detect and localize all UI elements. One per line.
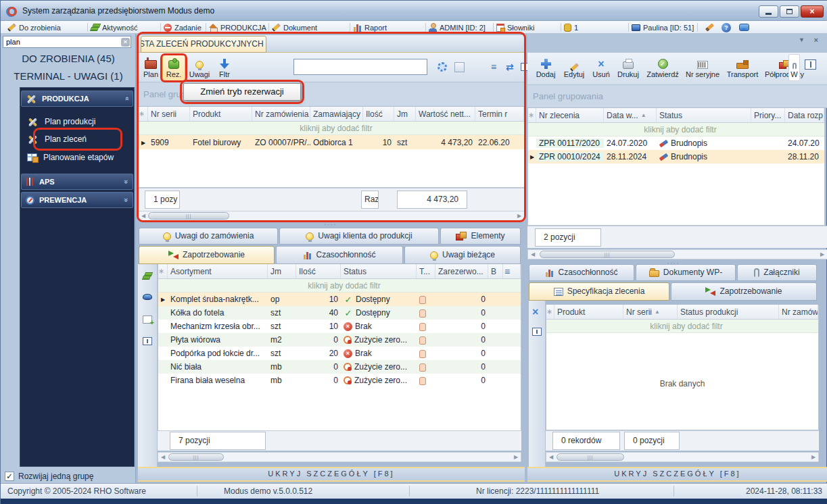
expand-one-group-checkbox[interactable] [5, 472, 14, 481]
table-row[interactable]: ZPR 00010/2024 28.11.2024 Brudnopis 28.1… [528, 150, 824, 163]
panel-close-icon[interactable]: × [814, 36, 818, 44]
spec-hscrollbar[interactable]: ◀ ▶ [546, 452, 819, 462]
scroll-left-icon[interactable]: ◀ [159, 453, 167, 461]
menu-slowniki[interactable]: Słowniki [496, 22, 534, 33]
stack-icon[interactable] [143, 294, 152, 300]
table-row[interactable]: Płyta wiórowa m2 0 Zużycie zero... 0 [158, 333, 521, 347]
hierarchy-icon[interactable] [143, 272, 151, 280]
scroll-right-icon[interactable]: ▶ [809, 453, 818, 461]
minimize-button[interactable] [759, 5, 778, 18]
usun-button[interactable]: Usuń [589, 54, 613, 81]
menu-aktywnosc[interactable]: Aktywność [91, 22, 138, 33]
partial-button-w[interactable]: W [788, 54, 800, 81]
tab-czasochlonnosc-right[interactable]: Czasochłonność [529, 264, 634, 281]
nr-seryjne-button[interactable]: Nr seryjne [683, 54, 722, 81]
menu-database-count[interactable]: 1 [564, 22, 578, 33]
search-clear-icon[interactable]: × [121, 38, 130, 47]
tab-lista-zlecen-produkcyjnych[interactable]: · LISTA ZLECEŃ PRODUKCYJNYCH · [141, 36, 266, 53]
toolbar-search-input[interactable] [293, 59, 427, 75]
plan-button[interactable]: Plan [140, 54, 162, 81]
table-row[interactable]: Firana biała weselna mb 0 Zużycie zero..… [158, 374, 521, 387]
scroll-left-icon[interactable]: ◀ [547, 453, 555, 461]
table-row[interactable]: Mechanizm krzesła obr... szt 10 Brak 0 [158, 320, 521, 333]
filter-row[interactable]: kliknij aby dodać filtr [139, 122, 524, 135]
nav-item-plan-zlecen[interactable]: Plan zleceń [21, 131, 133, 147]
menu-admin[interactable]: ADMIN [ID: 2] [429, 22, 486, 33]
add-document-icon[interactable] [143, 316, 152, 324]
nav-item-planowanie-etapow[interactable]: Planowanie etapów [21, 149, 133, 166]
hide-details-bar[interactable]: UKRYJ SZCZEGÓŁY [F8] [527, 467, 827, 482]
x-icon[interactable] [532, 307, 538, 317]
nav-group-aps[interactable]: APS [21, 174, 133, 190]
dodaj-button[interactable]: Dodaj [532, 54, 559, 81]
tab-specyfikacja-zlecenia[interactable]: Specyfikacja zlecenia [529, 282, 669, 301]
hide-details-bar[interactable]: UKRYJ SZCZEGÓŁY [F8] [138, 467, 525, 482]
expand-one-group-row[interactable]: Rozwijaj jedną grupę [5, 472, 93, 481]
details-hscrollbar[interactable]: ◀ ▶ [158, 452, 521, 462]
nav-group-prewencja[interactable]: PREWENCJA [21, 192, 133, 208]
tab-uwagi-klienta[interactable]: Uwagi klienta do produkcji [279, 228, 439, 245]
tab-elementy[interactable]: Elementy [440, 228, 521, 245]
scroll-thumb[interactable] [168, 453, 224, 461]
table-header-row[interactable]: Asortyment Jm Ilość Status T... Zarezerw… [158, 264, 521, 279]
scroll-right-icon[interactable]: ▶ [515, 212, 523, 220]
table-header-row[interactable]: Produkt Nr serii Status produkcji Nr zam… [546, 305, 818, 320]
table-row[interactable]: Kółka do fotela szt 40 Dostępny 0 [158, 306, 521, 320]
toolbar-checkbox[interactable] [454, 62, 465, 72]
tab-zapotrzebowanie-right[interactable]: Zapotrzebowanie [671, 282, 817, 301]
scroll-left-icon[interactable]: ◀ [529, 251, 537, 258]
edytuj-button[interactable]: Edytuj [560, 54, 588, 81]
gear-icon[interactable] [438, 62, 447, 72]
filter-row[interactable]: kliknij aby dodać filtr [158, 279, 521, 293]
rezerwacja-button[interactable]: Rez. [162, 54, 185, 81]
sidebar-search-input[interactable] [3, 36, 131, 48]
orders-group-panel[interactable]: Panel grupowania [527, 85, 827, 108]
zatwierdz-button[interactable]: Zatwierdź [644, 54, 682, 81]
scroll-thumb[interactable] [148, 212, 229, 220]
menu-raport[interactable]: Raport [353, 22, 387, 33]
menu-help-button[interactable] [722, 22, 731, 33]
filter-row[interactable]: kliknij aby dodać filtr [546, 320, 818, 333]
scroll-thumb[interactable] [557, 453, 624, 461]
sidebar-item-terminal-uwagi[interactable]: TERMINAL - UWAGI (1) [1, 68, 136, 85]
close-button[interactable]: × [801, 5, 824, 18]
filtr-button[interactable]: Fltr [214, 54, 235, 81]
menu-theme-button[interactable] [705, 22, 714, 33]
dock-window-icon[interactable] [143, 337, 152, 345]
nav-group-produkcja[interactable]: PRODUKCJA [21, 91, 133, 107]
menu-produkcja[interactable]: PRODUKCJA [209, 22, 266, 33]
tab-zalaczniki[interactable]: Załączniki [737, 264, 817, 281]
refresh-icon[interactable] [506, 62, 514, 72]
menu-dokument[interactable]: Dokument [272, 22, 317, 33]
column-chooser-icon[interactable] [503, 264, 521, 278]
menu-user-paulina[interactable]: Paulina [ID: 51] [632, 22, 694, 33]
tab-dokumenty-wp[interactable]: Dokumenty WP- [636, 264, 736, 281]
filter-row[interactable]: kliknij aby dodać filtr [528, 123, 824, 136]
table-row[interactable]: Nić biała mb 0 Zużycie zero... 0 [158, 360, 521, 374]
panel-chevron-down-icon[interactable]: ▼ [799, 36, 805, 43]
table-row[interactable]: 5909 Fotel biurowy ZO 00007/PR/... Odbio… [139, 135, 524, 149]
transport-button[interactable]: Transport [724, 54, 761, 81]
maximize-button[interactable] [780, 5, 799, 18]
menu-chat-button[interactable] [739, 22, 749, 33]
uwagi-button[interactable]: Uwagi [187, 54, 212, 81]
tab-czasochlonnosc[interactable]: Czasochłonność [276, 246, 403, 264]
menu-do-zrobienia[interactable]: Do zrobienia [7, 22, 61, 33]
table-row[interactable]: Podpórka pod łokcie dr... szt 20 Brak 0 [158, 347, 521, 360]
drukuj-button[interactable]: Drukuj [614, 54, 642, 81]
table-row[interactable]: Komplet śruba-nakrętk... op 10 Dostępny … [158, 293, 521, 306]
dock-window-icon[interactable] [532, 328, 542, 336]
table-header-row[interactable]: Nr serii Produkt Nr zamówienia Zamawiają… [139, 107, 524, 122]
tab-uwagi-do-zamowienia[interactable]: Uwagi do zamówienia [139, 228, 278, 245]
table-row[interactable]: ZPR 00117/2020 24.07.2020 Brudnopis 24.0… [528, 136, 824, 150]
nav-item-plan-produkcji[interactable]: Plan produkcji [21, 114, 133, 130]
scroll-thumb[interactable] [540, 251, 675, 258]
dock-window-icon[interactable] [805, 59, 816, 70]
table-header-row[interactable]: Nr zlecenia Data w... Status Priory... D… [528, 108, 824, 123]
scroll-right-icon[interactable]: ▶ [512, 453, 520, 461]
sidebar-item-do-zrobienia[interactable]: DO ZROBIENIA (45) [1, 50, 136, 68]
menu-zadanie[interactable]: Zadanie [164, 22, 202, 33]
tab-zapotrzebowanie[interactable]: Zapotrzebowanie [139, 246, 275, 264]
tab-uwagi-biezace[interactable]: Uwagi bieżące [404, 246, 521, 264]
scroll-left-icon[interactable]: ◀ [139, 212, 147, 220]
